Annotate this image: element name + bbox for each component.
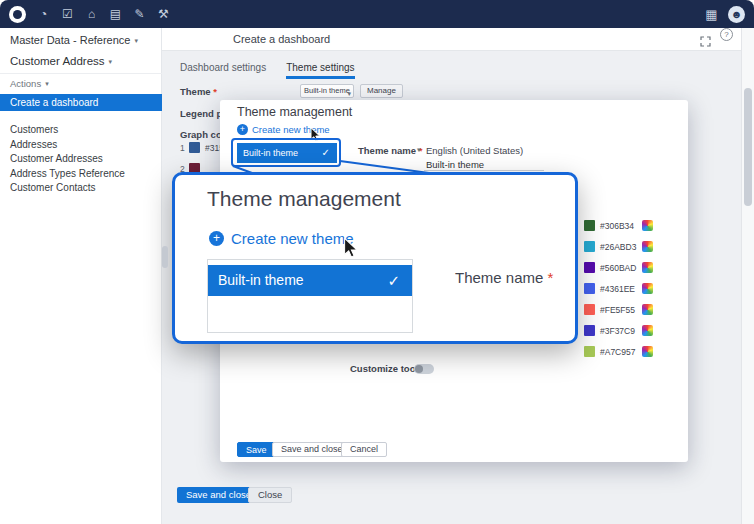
color-picker-button[interactable] <box>642 283 653 294</box>
plus-icon: + <box>209 231 224 246</box>
color-index: 1 <box>180 143 189 153</box>
footer-close-button[interactable]: Close <box>248 487 292 503</box>
vertical-scrollbar[interactable] <box>741 28 754 524</box>
color-swatch[interactable] <box>584 241 595 252</box>
sidebar-item-create-dashboard[interactable]: Create a dashboard <box>0 94 162 111</box>
color-swatch[interactable] <box>584 325 595 336</box>
chevron-down-icon: ▾ <box>45 80 49 87</box>
sidebar-item-customer-addresses[interactable]: Customer Addresses <box>10 153 103 164</box>
color-swatch[interactable] <box>584 283 595 294</box>
sidebar-item-customer-contacts[interactable]: Customer Contacts <box>10 182 96 193</box>
sidebar-item-addresses[interactable]: Addresses <box>10 139 57 150</box>
palette-row: #FE5F55 <box>584 304 653 315</box>
color-picker-button[interactable] <box>642 304 653 315</box>
actions-menu[interactable]: Actions▾ <box>10 78 49 89</box>
theme-field-label: Theme * <box>180 86 217 97</box>
color-hex: #A7C957 <box>600 347 642 357</box>
theme-name-input[interactable]: Built-in theme <box>426 159 484 170</box>
color-hex: #306B34 <box>600 221 642 231</box>
chevron-down-icon: ▾ <box>417 146 421 154</box>
section-selector[interactable]: Customer Address▾ <box>10 55 112 67</box>
theme-list-item-builtin[interactable]: Built-in theme ✓ <box>237 143 337 163</box>
apps-icon[interactable]: ▦ <box>705 7 718 22</box>
content-scrollbar-thumb[interactable] <box>162 246 168 268</box>
feed-icon[interactable]: ▤ <box>109 7 122 21</box>
help-icon[interactable]: ? <box>720 28 733 41</box>
home-icon[interactable]: ⌂ <box>85 7 98 21</box>
color-hex: #FE5F55 <box>600 305 642 315</box>
topbar-right: ▦ ☻ <box>694 6 745 23</box>
page-header: Create a dashboard ? <box>162 28 741 51</box>
palette-row: #A7C957 <box>584 346 653 357</box>
topbar: ◔ ☑ ⌂ ▤ ✎ ⚒ ▦ ☻ <box>0 0 754 28</box>
save-button[interactable]: Save <box>237 442 276 457</box>
sidebar-divider <box>0 73 162 74</box>
app-window: ◔ ☑ ⌂ ▤ ✎ ⚒ ▦ ☻ Master Data - Reference▾… <box>0 0 754 524</box>
color-picker-button[interactable] <box>642 262 653 273</box>
plus-icon: + <box>237 124 248 135</box>
color-swatch[interactable] <box>584 220 595 231</box>
fullscreen-icon[interactable] <box>700 33 711 51</box>
page-title: Create a dashboard <box>233 28 330 51</box>
user-avatar[interactable]: ☻ <box>728 6 745 23</box>
sidebar-item-customers[interactable]: Customers <box>10 124 58 135</box>
check-icon: ✓ <box>387 265 400 296</box>
color-hex: #26ABD3 <box>600 242 642 252</box>
color-picker-button[interactable] <box>642 220 653 231</box>
color-hex: #4361EE <box>600 284 642 294</box>
tasks-icon[interactable]: ☑ <box>61 7 74 21</box>
tab-dashboard-settings[interactable]: Dashboard settings <box>180 62 266 79</box>
sidebar-item-address-types[interactable]: Address Types Reference <box>10 168 125 179</box>
callout-theme-name-label: Theme name * <box>455 269 553 286</box>
palette-row: #26ABD3 <box>584 241 653 252</box>
callout-theme-list-item-builtin[interactable]: Built-in theme ✓ <box>208 265 412 296</box>
design-icon[interactable]: ✎ <box>133 7 146 21</box>
cancel-button[interactable]: Cancel <box>341 442 387 457</box>
color-picker-button[interactable] <box>642 241 653 252</box>
theme-select[interactable]: Built-in theme▾ <box>300 84 354 98</box>
language-selector[interactable]: English (United States) <box>426 145 523 156</box>
tools-icon[interactable]: ⚒ <box>157 7 170 21</box>
color-picker-button[interactable] <box>642 325 653 336</box>
check-icon: ✓ <box>322 143 330 163</box>
modal-title: Theme management <box>237 105 352 119</box>
callout-theme-list: Built-in theme ✓ <box>207 259 413 333</box>
scrollbar-thumb[interactable] <box>744 88 752 206</box>
color-picker-button[interactable] <box>642 346 653 357</box>
manage-button[interactable]: Manage <box>360 84 403 98</box>
process-icon[interactable]: ◔ <box>37 7 50 21</box>
palette-row: #560BAD <box>584 262 653 273</box>
tab-bar: Dashboard settings Theme settings <box>162 51 741 79</box>
color-swatch[interactable] <box>584 304 595 315</box>
chevron-down-icon: ▾ <box>109 58 113 65</box>
color-swatch[interactable] <box>584 262 595 273</box>
save-and-close-button[interactable]: Save and close <box>272 442 352 457</box>
color-hex: #3F37C9 <box>600 326 642 336</box>
customize-tooltip-toggle[interactable] <box>414 364 434 374</box>
workspace-selector[interactable]: Master Data - Reference▾ <box>10 34 138 46</box>
tab-theme-settings[interactable]: Theme settings <box>286 62 354 79</box>
chevron-down-icon: ▾ <box>134 37 138 44</box>
palette-row: #306B34 <box>584 220 653 231</box>
callout-title: Theme management <box>207 187 401 211</box>
palette-row: #3F37C9 <box>584 325 653 336</box>
color-swatch[interactable] <box>189 142 200 153</box>
chevron-down-icon: ▾ <box>347 88 351 98</box>
callout-create-new-theme-link[interactable]: + Create new theme <box>209 230 354 247</box>
app-logo-icon[interactable] <box>9 6 26 23</box>
theme-name-label: Theme name * <box>358 145 422 156</box>
sidebar: Master Data - Reference▾ Customer Addres… <box>0 28 162 524</box>
palette-row: #4361EE <box>584 283 653 294</box>
color-swatch[interactable] <box>584 346 595 357</box>
input-underline <box>424 170 544 171</box>
zoom-callout: Theme management + Create new theme Buil… <box>172 172 578 344</box>
color-hex: #560BAD <box>600 263 642 273</box>
